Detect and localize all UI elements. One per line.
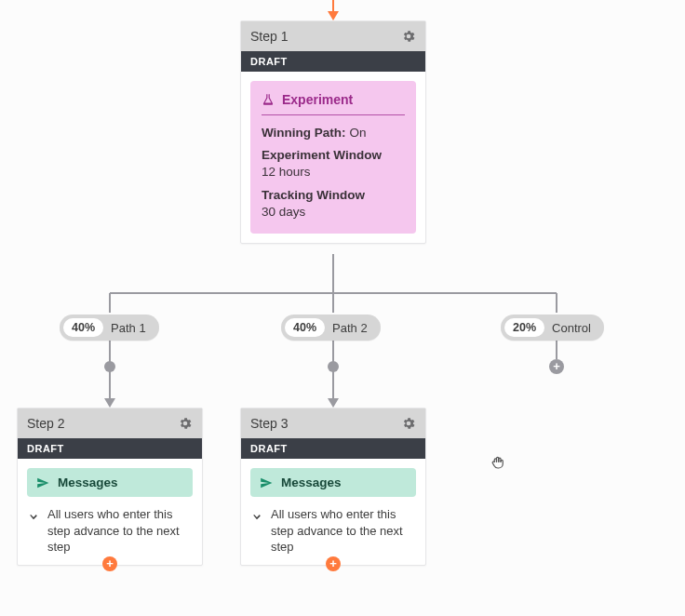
step3-messages-label: Messages [281,475,342,489]
send-icon [36,476,49,489]
path1-label: Path 1 [111,321,146,335]
send-icon [260,476,273,489]
path2-pct: 40% [285,318,325,337]
experiment-block[interactable]: Experiment Winning Path: On Experiment W… [250,81,416,234]
path2-node-dot[interactable] [328,361,339,372]
step2-header: Step 2 [18,408,202,438]
grab-cursor-icon [490,454,506,471]
path1-pct: 40% [63,318,103,337]
flask-icon [262,93,275,106]
step3-header: Step 3 [241,408,425,438]
path2-pill[interactable]: 40% Path 2 [281,315,381,341]
step3-card: Step 3 DRAFT Messages All users who ente… [240,408,426,566]
svg-marker-10 [328,398,339,408]
step2-card: Step 2 DRAFT Messages All users who ente… [17,408,203,566]
step3-add-button[interactable]: + [326,556,341,571]
step1-card: Step 1 DRAFT Experiment Winning Path: On… [240,20,426,244]
step3-advance-text: All users who enter this step advance to… [271,506,416,556]
step1-header: Step 1 [241,21,425,51]
down-arrow-icon [27,508,40,521]
control-pct: 20% [504,318,544,337]
gear-icon[interactable] [401,416,416,431]
path2-label: Path 2 [332,321,368,335]
step2-advance-row: All users who enter this step advance to… [27,506,193,556]
step2-status: DRAFT [18,438,202,459]
gear-icon[interactable] [178,416,193,431]
step3-advance-row: All users who enter this step advance to… [250,506,416,556]
path1-node-dot[interactable] [104,361,115,372]
step3-messages-block[interactable]: Messages [250,468,416,497]
step2-add-button[interactable]: + [102,556,117,571]
step2-messages-block[interactable]: Messages [27,468,193,497]
tracking-window-row: Tracking Window 30 days [262,187,405,221]
step2-messages-label: Messages [58,475,118,489]
path1-pill[interactable]: 40% Path 1 [60,315,159,341]
step1-status: DRAFT [241,51,425,72]
control-label: Control [552,321,591,335]
control-pill[interactable]: 20% Control [501,315,604,341]
svg-marker-8 [104,398,115,408]
experiment-label: Experiment [282,92,353,107]
down-arrow-icon [250,508,263,521]
step3-status: DRAFT [241,438,425,459]
control-add-button[interactable]: + [549,359,564,374]
step2-title: Step 2 [27,416,64,431]
step2-advance-text: All users who enter this step advance to… [47,506,193,556]
experiment-window-row: Experiment Window 12 hours [262,147,405,181]
step1-title: Step 1 [250,29,288,44]
gear-icon[interactable] [401,29,416,44]
winning-path-row: Winning Path: On [262,125,405,141]
svg-marker-1 [328,11,339,20]
step3-title: Step 3 [250,416,288,431]
